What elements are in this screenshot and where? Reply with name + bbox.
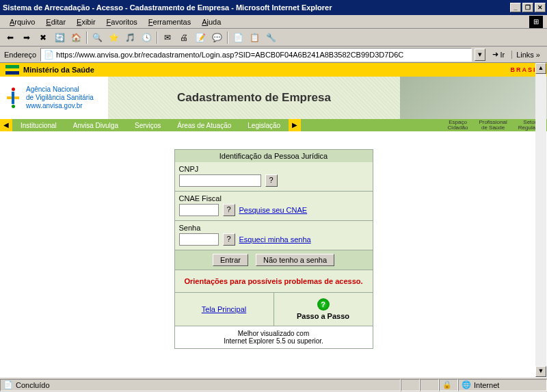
viz-text-1: Melhor visualizado com <box>178 330 369 337</box>
anvisa-logo-icon <box>3 88 23 108</box>
ie-logo-icon: ⊞ <box>529 16 543 28</box>
address-label: Endereço <box>3 51 38 59</box>
pesquise-cnae-link[interactable]: Pesquise seu CNAE <box>239 206 308 214</box>
senha-label: Senha <box>179 224 369 232</box>
keyboard-image <box>400 77 547 119</box>
print-button[interactable]: 🖨 <box>176 30 191 45</box>
scroll-down-button[interactable]: ▼ <box>535 366 546 377</box>
menu-ferramentas[interactable]: Ferramentas <box>143 16 196 27</box>
menu-arquivo[interactable]: Arquivo <box>4 16 40 27</box>
viz-text-2: Internet Explorer 5.5 ou superior. <box>178 337 369 345</box>
nav-espaco-cidadao[interactable]: EspaçoCidadão <box>442 120 474 131</box>
cnae-label: CNAE Fiscal <box>179 194 369 202</box>
address-dropdown[interactable]: ▾ <box>475 49 485 61</box>
esqueci-senha-link[interactable]: Esqueci minha senha <box>239 235 311 244</box>
senha-input[interactable] <box>179 233 219 246</box>
discuss-button[interactable]: 💬 <box>209 30 224 45</box>
address-bar: Endereço 📄 https://www.anvisa.gov.br/rec… <box>0 47 547 63</box>
menu-favoritos[interactable]: Favoritos <box>101 16 143 27</box>
edit-button[interactable]: 📝 <box>193 30 208 45</box>
form-title: Identificação da Pessoa Jurídica <box>175 150 373 162</box>
toolbar: ⬅ ➡ ✖ 🔄 🏠 🔍 ⭐ 🎵 🕓 ✉ 🖨 📝 💬 📄 📋 🔧 <box>0 29 547 47</box>
window-titlebar: Sistema de Arrecadação - Acesso - Cadast… <box>0 0 547 15</box>
header: Agência Nacional de Vigilância Sanitária… <box>0 77 547 119</box>
page-title: Cadastramento de Empresa <box>108 77 400 119</box>
status-ssl-icon: 🔒 <box>439 379 458 391</box>
cnpj-input[interactable] <box>179 174 261 187</box>
tela-principal-link[interactable]: Tela Principal <box>202 305 246 313</box>
refresh-button[interactable]: 🔄 <box>52 30 67 45</box>
window-title: Sistema de Arrecadação - Acesso - Cadast… <box>1 3 510 12</box>
main-nav: ◀ Institucional Anvisa Divulga Serviços … <box>0 119 547 131</box>
nav-left-arrow-icon[interactable]: ◀ <box>0 119 12 131</box>
status-section-1 <box>401 379 420 391</box>
history-button[interactable]: 🕓 <box>139 30 154 45</box>
menu-bar: Arquivo Editar Exibir Favoritos Ferramen… <box>0 15 547 29</box>
entrar-button[interactable]: Entrar <box>213 254 248 266</box>
anvisa-logo[interactable]: Agência Nacional de Vigilância Sanitária… <box>0 77 108 119</box>
home-button[interactable]: 🏠 <box>68 30 83 45</box>
cnpj-help-button[interactable]: ? <box>265 174 278 187</box>
nav-areas[interactable]: Áreas de Atuação <box>169 122 239 129</box>
page-status-icon: 📄 <box>3 380 13 389</box>
cnpj-label: CNPJ <box>179 165 369 173</box>
tool-button-3[interactable]: 🔧 <box>263 30 278 45</box>
nav-right-arrow-icon[interactable]: ▶ <box>289 119 301 131</box>
stop-button[interactable]: ✖ <box>36 30 51 45</box>
access-warning[interactable]: Orientações para possíveis problemas de … <box>175 270 373 292</box>
nav-legislacao[interactable]: Legislação <box>239 122 289 129</box>
back-button[interactable]: ⬅ <box>3 30 18 45</box>
status-bar: 📄 Concluído 🔒 🌐 Internet <box>0 377 547 392</box>
links-bar[interactable]: Links » <box>511 51 544 59</box>
address-url[interactable]: https://www.anvisa.gov.br/recadastrament… <box>56 51 403 59</box>
go-button[interactable]: ➜Ir <box>488 49 509 60</box>
help-icon: ? <box>317 298 330 311</box>
ministry-bar: Ministério da Saúde BRASIL <box>0 63 547 77</box>
close-button[interactable]: ✕ <box>535 3 546 12</box>
nav-divulga[interactable]: Anvisa Divulga <box>65 122 126 129</box>
menu-editar[interactable]: Editar <box>40 16 71 27</box>
login-form: Identificação da Pessoa Jurídica CNPJ ? … <box>174 149 373 349</box>
scrollbar-track[interactable] <box>535 74 546 366</box>
status-section-2 <box>420 379 439 391</box>
nav-profissional[interactable]: Profissionalde Saúde <box>473 120 512 131</box>
nav-institucional[interactable]: Institucional <box>12 122 65 129</box>
passo-a-passo-link[interactable]: ? Passo a Passo <box>274 293 373 326</box>
page-icon: 📄 <box>44 50 53 60</box>
ministry-label: Ministério da Saúde <box>23 66 94 74</box>
cnae-help-button[interactable]: ? <box>223 204 235 216</box>
menu-ajuda[interactable]: Ajuda <box>196 16 226 27</box>
maximize-button[interactable]: ❐ <box>522 3 533 12</box>
brazil-flag-icon <box>5 65 19 75</box>
senha-help-button[interactable]: ? <box>223 233 235 246</box>
zone-text: Internet <box>474 381 499 389</box>
mail-button[interactable]: ✉ <box>160 30 175 45</box>
favorites-button[interactable]: ⭐ <box>106 30 121 45</box>
nav-servicos[interactable]: Serviços <box>126 122 169 129</box>
nao-tenho-senha-button[interactable]: Não tenho a senha <box>256 254 334 266</box>
forward-button[interactable]: ➡ <box>19 30 34 45</box>
scroll-up-button[interactable]: ▲ <box>535 63 546 74</box>
page-content: Ministério da Saúde BRASIL Agência Nacio… <box>0 63 547 377</box>
cnae-input[interactable] <box>179 204 219 216</box>
menu-exibir[interactable]: Exibir <box>71 16 101 27</box>
tool-button-1[interactable]: 📄 <box>230 30 245 45</box>
internet-zone-icon: 🌐 <box>462 380 471 389</box>
go-icon: ➜ <box>492 50 498 59</box>
address-input-wrapper[interactable]: 📄 https://www.anvisa.gov.br/recadastrame… <box>40 48 472 62</box>
tool-button-2[interactable]: 📋 <box>247 30 262 45</box>
status-text: Concluído <box>16 381 50 389</box>
media-button[interactable]: 🎵 <box>122 30 137 45</box>
minimize-button[interactable]: _ <box>510 3 521 12</box>
search-button[interactable]: 🔍 <box>90 30 105 45</box>
